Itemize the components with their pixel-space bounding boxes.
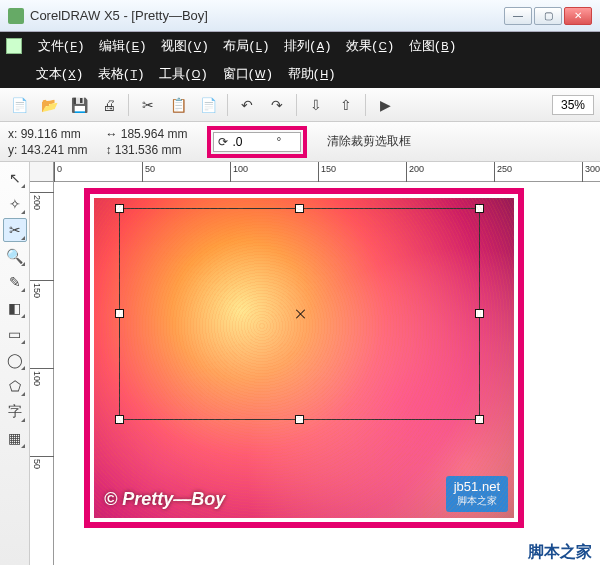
ruler-origin[interactable]: [30, 162, 54, 182]
menu-排列[interactable]: 排列(A): [276, 35, 338, 57]
rotation-input-group[interactable]: ⟳ °: [213, 132, 301, 152]
crop-handle-tm[interactable]: [295, 204, 304, 213]
ruler-h-tick: 100: [230, 162, 231, 182]
pick-tool[interactable]: ↖: [3, 166, 27, 190]
toolbar-import-button[interactable]: ⇩: [303, 92, 329, 118]
flyout-marker-icon: [21, 392, 25, 396]
menu-表格[interactable]: 表格(T): [90, 63, 151, 85]
toolbar-cut-button[interactable]: ✂: [135, 92, 161, 118]
smart-fill-tool[interactable]: ◧: [3, 296, 27, 320]
crop-marquee[interactable]: [119, 208, 480, 420]
menu-帮助[interactable]: 帮助(H): [280, 63, 343, 85]
table-tool[interactable]: ▦: [3, 426, 27, 450]
toolbar-new-button[interactable]: 📄: [6, 92, 32, 118]
toolbar-separator: [128, 94, 129, 116]
app-icon: [8, 8, 24, 24]
document-icon: [6, 38, 22, 54]
position-readout: x: 99.116 mm y: 143.241 mm: [8, 126, 87, 158]
flyout-marker-icon: [21, 366, 25, 370]
menu-文件[interactable]: 文件(F): [30, 35, 91, 57]
menubar: 文件(F)编辑(E)视图(V)布局(L)排列(A)效果(C)位图(B) 文本(X…: [0, 32, 600, 88]
clear-crop-button[interactable]: 清除裁剪选取框: [327, 133, 411, 150]
standard-toolbar: 📄📂💾🖨✂📋📄↶↷⇩⇧▶ 35%: [0, 88, 600, 122]
toolbar-copy-button[interactable]: 📋: [165, 92, 191, 118]
crop-handle-br[interactable]: [475, 415, 484, 424]
crop-tool[interactable]: ✂: [3, 218, 27, 242]
width-icon: ↔: [105, 127, 117, 141]
bitmap-image[interactable]: © Pretty—Boy jb51.net 脚本之家: [94, 198, 514, 518]
menu-工具[interactable]: 工具(O): [151, 63, 214, 85]
window-close-button[interactable]: ✕: [564, 7, 592, 25]
crop-handle-mr[interactable]: [475, 309, 484, 318]
menu-位图[interactable]: 位图(B): [401, 35, 463, 57]
rotation-input[interactable]: [232, 135, 272, 149]
menu-文本[interactable]: 文本(X): [28, 63, 90, 85]
ruler-h-label: 100: [233, 164, 248, 174]
menu-布局[interactable]: 布局(L): [215, 35, 276, 57]
freehand-tool[interactable]: ✎: [3, 270, 27, 294]
menu-窗口[interactable]: 窗口(W): [215, 63, 280, 85]
ruler-h-tick: 300: [582, 162, 583, 182]
ruler-h-label: 0: [57, 164, 62, 174]
window-minimize-button[interactable]: —: [504, 7, 532, 25]
zoom-tool[interactable]: 🔍: [3, 244, 27, 268]
polygon-tool[interactable]: ⬠: [3, 374, 27, 398]
rotation-highlight: ⟳ °: [207, 126, 307, 158]
menu-效果[interactable]: 效果(C): [338, 35, 401, 57]
ellipse-tool[interactable]: ◯: [3, 348, 27, 372]
ruler-v-tick: 200: [30, 192, 54, 193]
ruler-v-tick: 100: [30, 368, 54, 369]
canvas[interactable]: © Pretty—Boy jb51.net 脚本之家: [54, 182, 600, 565]
flyout-marker-icon: [21, 444, 25, 448]
ruler-horizontal[interactable]: 050100150200250300: [54, 162, 600, 182]
toolbar-undo-button[interactable]: ↶: [234, 92, 260, 118]
ruler-h-label: 250: [497, 164, 512, 174]
toolbar-export-button[interactable]: ⇧: [333, 92, 359, 118]
text-tool[interactable]: 字: [3, 400, 27, 424]
toolbox: ↖✧✂🔍✎◧▭◯⬠字▦: [0, 162, 30, 565]
toolbar-open-button[interactable]: 📂: [36, 92, 62, 118]
toolbar-paste-button[interactable]: 📄: [195, 92, 221, 118]
flyout-marker-icon: [21, 236, 25, 240]
ruler-h-label: 150: [321, 164, 336, 174]
ruler-v-label: 100: [32, 371, 42, 386]
crop-handle-bm[interactable]: [295, 415, 304, 424]
app-title: CorelDRAW X5 - [Pretty—Boy]: [30, 8, 208, 23]
crop-handle-ml[interactable]: [115, 309, 124, 318]
menu-视图[interactable]: 视图(V): [153, 35, 215, 57]
flyout-marker-icon: [21, 184, 25, 188]
window-maximize-button[interactable]: ▢: [534, 7, 562, 25]
zoom-level[interactable]: 35%: [552, 95, 594, 115]
titlebar: CorelDRAW X5 - [Pretty—Boy] — ▢ ✕: [0, 0, 600, 32]
toolbar-print-button[interactable]: 🖨: [96, 92, 122, 118]
ruler-h-tick: 200: [406, 162, 407, 182]
shape-tool[interactable]: ✧: [3, 192, 27, 216]
ruler-h-tick: 0: [54, 162, 55, 182]
crop-highlight-box: © Pretty—Boy jb51.net 脚本之家: [84, 188, 524, 528]
site-badge: jb51.net 脚本之家: [446, 476, 508, 512]
toolbar-separator: [227, 94, 228, 116]
size-readout: ↔ 185.964 mm ↕ 131.536 mm: [105, 126, 187, 158]
toolbar-redo-button[interactable]: ↷: [264, 92, 290, 118]
crop-center-icon[interactable]: [294, 308, 306, 320]
toolbar-launch-button[interactable]: ▶: [372, 92, 398, 118]
degree-icon: °: [276, 135, 281, 149]
footer-credit: 脚本之家: [528, 542, 592, 563]
height-icon: ↕: [105, 143, 111, 157]
toolbar-save-button[interactable]: 💾: [66, 92, 92, 118]
ruler-v-label: 150: [32, 283, 42, 298]
crop-handle-tr[interactable]: [475, 204, 484, 213]
ruler-vertical[interactable]: 20015010050: [30, 182, 54, 565]
canvas-wrap: 050100150200250300 20015010050: [30, 162, 600, 565]
flyout-marker-icon: [21, 418, 25, 422]
menu-编辑[interactable]: 编辑(E): [91, 35, 153, 57]
ruler-h-label: 300: [585, 164, 600, 174]
toolbar-separator: [296, 94, 297, 116]
flyout-marker-icon: [21, 314, 25, 318]
rectangle-tool[interactable]: ▭: [3, 322, 27, 346]
workarea: ↖✧✂🔍✎◧▭◯⬠字▦ 050100150200250300 200150100…: [0, 162, 600, 565]
rotate-icon: ⟳: [218, 135, 228, 149]
crop-handle-bl[interactable]: [115, 415, 124, 424]
toolbar-separator: [365, 94, 366, 116]
crop-handle-tl[interactable]: [115, 204, 124, 213]
